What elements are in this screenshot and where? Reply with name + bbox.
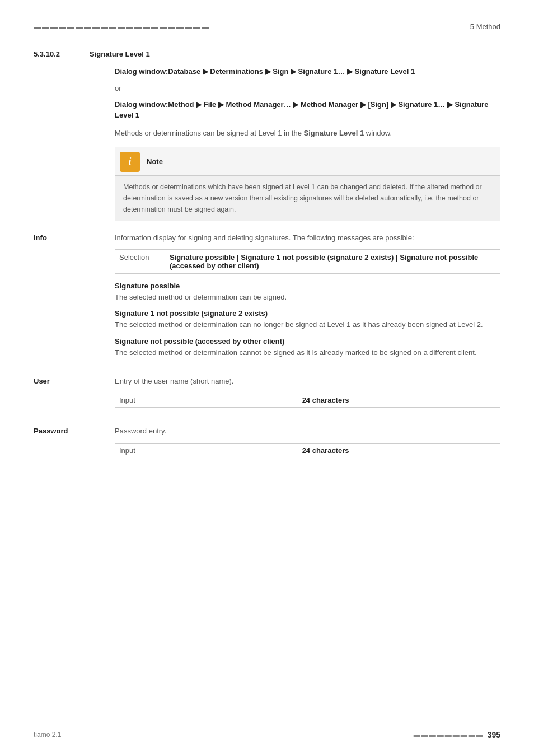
nav-path-1: Dialog window:Database ▶ Determinations …: [115, 66, 500, 77]
footer: tiamo 2.1 ▬▬▬▬▬▬▬▬▬ 395: [34, 730, 500, 739]
footer-product: tiamo 2.1: [34, 731, 61, 739]
sig-not-possible-title: Signature not possible (accessed by othe…: [115, 337, 500, 346]
password-section: Password Password entry. Input 24 charac…: [34, 426, 500, 464]
footer-page: 395: [488, 730, 500, 739]
top-bar-dots: ▬▬▬▬▬▬▬▬▬▬▬▬▬▬▬▬▬▬▬▬▬: [34, 22, 210, 31]
info-section: Info Information display for signing and…: [34, 232, 500, 365]
selection-col1: Selection: [115, 249, 165, 273]
password-input-row: Input 24 characters: [115, 443, 500, 458]
description-text: Methods or determinations can be signed …: [115, 128, 500, 139]
info-icon: i: [120, 152, 140, 172]
description-bold: Signature Level 1: [304, 129, 364, 137]
user-input-value: 24 characters: [298, 393, 500, 408]
info-label: Info: [34, 232, 115, 365]
selection-col2: Signature possible | Signature 1 not pos…: [165, 249, 500, 273]
note-label: Note: [147, 157, 163, 166]
password-input-table: Input 24 characters: [115, 443, 500, 458]
top-bar: ▬▬▬▬▬▬▬▬▬▬▬▬▬▬▬▬▬▬▬▬▬ 5 Method: [34, 22, 500, 33]
user-label: User: [34, 376, 115, 414]
user-input-label: Input: [115, 393, 298, 408]
section-title: Signature Level 1: [90, 50, 150, 58]
chapter-label: 5 Method: [470, 22, 500, 31]
note-block: i Note Methods or determinations which h…: [115, 147, 500, 221]
sig-possible-title: Signature possible: [115, 282, 500, 290]
sig-possible-body: The selected method or determination can…: [115, 292, 500, 303]
user-description: Entry of the user name (short name).: [115, 376, 500, 387]
info-description: Information display for signing and dele…: [115, 232, 500, 244]
page: ▬▬▬▬▬▬▬▬▬▬▬▬▬▬▬▬▬▬▬▬▬ 5 Method 5.3.10.2 …: [0, 0, 534, 756]
password-description: Password entry.: [115, 426, 500, 437]
sig1-not-possible-body: The selected method or determination can…: [115, 319, 500, 330]
note-body: Methods or determinations which have bee…: [115, 176, 500, 221]
footer-dots: ▬▬▬▬▬▬▬▬▬: [414, 731, 484, 739]
note-box: i Note Methods or determinations which h…: [115, 147, 500, 221]
signature-possible-option: Signature possible: [170, 253, 235, 262]
user-body: Entry of the user name (short name). Inp…: [115, 376, 500, 414]
nav-path-2-block: Dialog window:Method ▶ File ▶ Method Man…: [115, 99, 500, 121]
sig-not-possible-body: The selected method or determination can…: [115, 347, 500, 358]
user-input-row: Input 24 characters: [115, 393, 500, 408]
info-body: Information display for signing and dele…: [115, 232, 500, 365]
or-block: or: [115, 84, 500, 92]
description-block: Methods or determinations can be signed …: [115, 128, 500, 139]
selection-table: Selection Signature possible | Signature…: [115, 249, 500, 274]
user-section: User Entry of the user name (short name)…: [34, 376, 500, 414]
password-input-label: Input: [115, 443, 298, 458]
table-row: Selection Signature possible | Signature…: [115, 249, 500, 273]
info-icon-letter: i: [128, 156, 131, 167]
or-text: or: [115, 84, 500, 92]
sig1-not-possible-option: Signature 1 not possible (signature 2 ex…: [241, 253, 394, 262]
footer-right: ▬▬▬▬▬▬▬▬▬ 395: [414, 730, 500, 739]
note-header: i Note: [115, 147, 500, 176]
nav-path-1-block: Dialog window:Database ▶ Determinations …: [115, 66, 500, 77]
nav-path-2: Dialog window:Method ▶ File ▶ Method Man…: [115, 99, 500, 121]
sig1-not-possible-title: Signature 1 not possible (signature 2 ex…: [115, 309, 500, 318]
password-input-value: 24 characters: [298, 443, 500, 458]
section-heading: 5.3.10.2 Signature Level 1: [34, 50, 500, 58]
section-number: 5.3.10.2: [34, 50, 90, 58]
user-input-table: Input 24 characters: [115, 393, 500, 408]
password-label: Password: [34, 426, 115, 464]
password-body: Password entry. Input 24 characters: [115, 426, 500, 464]
